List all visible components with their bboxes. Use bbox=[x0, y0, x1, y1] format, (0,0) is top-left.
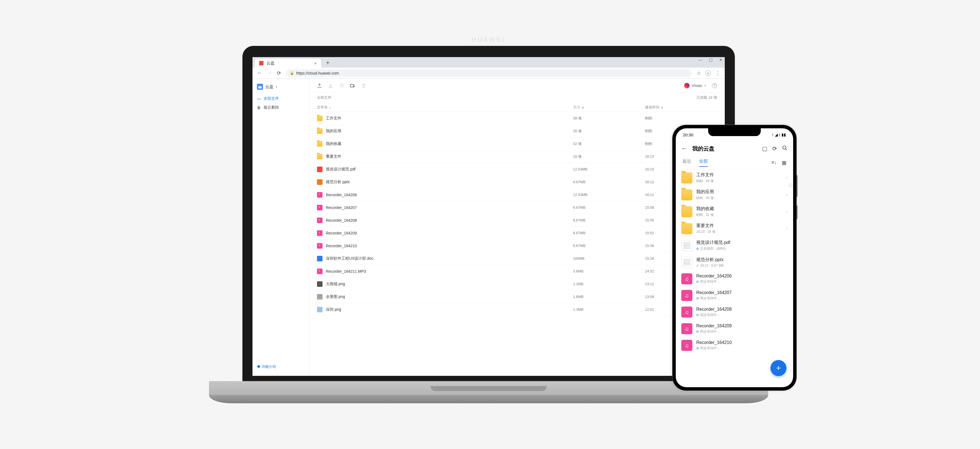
monitor-icon[interactable]: ▢ bbox=[762, 145, 767, 152]
file-size: 1.6MB bbox=[573, 295, 645, 299]
laptop-bezel: HUAWEI 云盘 × ＋ — ▢ ✕ ← bbox=[242, 46, 735, 387]
phone-screen: 20:30 ᛒ ◢ ⸨ ▮▮ ← 我的云盘 ▢ ⟳ 最近 全部 ≡↓ ▦ bbox=[676, 128, 793, 387]
file-row[interactable]: 深圳软件工程UX设计部.doc 100MB 15:26 bbox=[309, 252, 725, 265]
file-row[interactable]: 深圳.png 1.3MB 12:01 bbox=[309, 303, 725, 316]
phone-list-item[interactable]: 规范分析.pptx ✓ 16:12 · 6.67 MB bbox=[676, 254, 793, 270]
sync-icon: ⟳ bbox=[696, 247, 699, 251]
file-row[interactable]: 大熊猫.png 1.2MB 13:12 bbox=[309, 278, 725, 291]
file-row[interactable]: Recorder_164208 6.67MB 15:55 bbox=[309, 214, 725, 227]
column-time[interactable]: 修改时间 ◆ bbox=[645, 105, 717, 110]
check-icon: ✓ bbox=[696, 264, 699, 267]
file-row[interactable]: Recorder_164210 6.67MB 15:36 bbox=[309, 240, 725, 252]
phone-list-item[interactable]: 我的应用 刚刚 · 26 项 › bbox=[676, 186, 793, 203]
file-type-icon bbox=[681, 223, 692, 234]
status-time: 20:30 bbox=[683, 133, 694, 137]
help-icon[interactable]: ? bbox=[712, 83, 717, 88]
file-size: 26 项 bbox=[573, 129, 645, 134]
phone-list-item[interactable]: Recorder_164209 ⟳ 同步等待中… bbox=[676, 320, 793, 337]
file-row[interactable]: 工作文件 39 项 刚刚 bbox=[309, 112, 725, 125]
phone-list-item[interactable]: Recorder_164208 ⟳ 同步等待中… bbox=[676, 304, 793, 320]
phone-list-item[interactable]: 视觉设计规范.pdf ⟳ 正在缓存…(68%) bbox=[676, 237, 793, 254]
url-input[interactable]: 🔒 https://cloud.huawei.com bbox=[286, 69, 692, 77]
minimize-icon[interactable]: — bbox=[698, 58, 702, 62]
copy-icon[interactable] bbox=[339, 83, 344, 88]
sidebar-item-recent-delete[interactable]: 🗑 最近删除 bbox=[253, 103, 309, 112]
browser-tab-active[interactable]: 云盘 × bbox=[255, 59, 321, 68]
file-name: Recorder_164209 bbox=[326, 231, 357, 235]
info-icon: ◆ bbox=[257, 364, 262, 369]
file-size: 18 项 bbox=[573, 154, 645, 159]
sidebar: 云盘 ▾ ▭ 全部文件 🗑 最近删除 ◆ 功能介绍 bbox=[253, 79, 309, 376]
file-row[interactable]: 规范分析.pptx 6.67MB 16:12 bbox=[309, 176, 725, 189]
sidebar-item-label: 全部文件 bbox=[264, 96, 279, 101]
profile-icon[interactable]: ⍝ bbox=[705, 70, 711, 76]
back-icon[interactable]: ← bbox=[681, 145, 687, 152]
sidebar-app-header[interactable]: 云盘 ▾ bbox=[253, 82, 309, 94]
transfer-icon[interactable]: ⟳ bbox=[772, 145, 777, 152]
file-row[interactable]: 我的收藏 32 项 刚刚 bbox=[309, 137, 725, 150]
file-type-icon bbox=[317, 230, 323, 236]
file-type-icon bbox=[681, 290, 692, 301]
item-name: 视觉设计规范.pdf bbox=[696, 240, 788, 246]
item-meta: ⟳ 同步等待中… bbox=[696, 280, 788, 284]
phone-list-item[interactable]: Recorder_164210 ⟳ 同步等待中… bbox=[676, 337, 793, 354]
phone-list-item[interactable]: 重要文件 16:23 · 18 项 › bbox=[676, 220, 793, 237]
bookmark-star-icon[interactable]: ☆ bbox=[697, 70, 701, 76]
chevron-right-icon: › bbox=[786, 192, 788, 198]
phone-file-list[interactable]: 工作文件 刚刚 · 39 项 › 我的应用 刚刚 · 26 项 › 我的收藏 刚… bbox=[676, 169, 793, 387]
download-icon[interactable] bbox=[328, 83, 333, 88]
delete-icon[interactable] bbox=[361, 83, 366, 88]
upload-icon[interactable] bbox=[317, 83, 322, 88]
new-folder-icon[interactable] bbox=[350, 83, 355, 88]
file-name: Recorder_164206 bbox=[326, 193, 357, 197]
tab-all[interactable]: 全部 bbox=[699, 158, 708, 166]
item-meta: ⟳ 同步等待中… bbox=[696, 346, 788, 351]
huawei-favicon bbox=[259, 61, 264, 66]
file-row[interactable]: 全景图.png 1.6MB 13:08 bbox=[309, 291, 725, 303]
file-type-icon bbox=[317, 192, 323, 198]
file-row[interactable]: Recorder_164211.MP3 3.6MB 14:32 bbox=[309, 265, 725, 278]
file-name: 我的应用 bbox=[326, 129, 341, 134]
file-row[interactable]: 我的应用 26 项 刚刚 bbox=[309, 125, 725, 137]
close-window-icon[interactable]: ✕ bbox=[719, 58, 722, 62]
user-menu[interactable]: Vivian ▾ bbox=[684, 83, 706, 88]
file-row[interactable]: 视觉设计规范.pdf 12.53MB 16:23 bbox=[309, 163, 725, 176]
edge-handle[interactable] bbox=[789, 184, 792, 187]
phone-list-item[interactable]: 工作文件 刚刚 · 39 项 › bbox=[676, 169, 793, 186]
file-row[interactable]: Recorder_164207 6.67MB 15:56 bbox=[309, 201, 725, 214]
file-type-icon bbox=[317, 307, 323, 312]
search-icon[interactable] bbox=[782, 145, 788, 152]
browser-address-bar: ← → ⟳ 🔒 https://cloud.huawei.com ☆ ⍝ ⋮ bbox=[253, 68, 725, 79]
file-type-icon bbox=[317, 268, 323, 274]
new-tab-button[interactable]: ＋ bbox=[325, 59, 331, 66]
file-row[interactable]: 重要文件 18 项 16:23 bbox=[309, 150, 725, 163]
sync-icon: ⟳ bbox=[696, 280, 699, 284]
breadcrumb[interactable]: 全部文件 bbox=[317, 95, 331, 100]
back-icon[interactable]: ← bbox=[257, 70, 262, 76]
phone-list-item[interactable]: Recorder_164206 ⟳ 同步等待中… bbox=[676, 270, 793, 287]
reload-icon[interactable]: ⟳ bbox=[277, 70, 281, 76]
file-row[interactable]: Recorder_164209 6.67MB 15:52 bbox=[309, 227, 725, 240]
file-type-icon bbox=[681, 189, 692, 200]
grid-view-icon[interactable]: ▦ bbox=[782, 160, 786, 166]
column-name[interactable]: 文件名 ▴ bbox=[317, 105, 573, 110]
tab-recent[interactable]: 最近 bbox=[682, 158, 691, 166]
chevron-down-icon: ▾ bbox=[276, 85, 277, 88]
menu-dots-icon[interactable]: ⋮ bbox=[715, 70, 720, 76]
item-meta: ⟳ 同步等待中… bbox=[696, 296, 788, 301]
close-icon[interactable]: × bbox=[314, 61, 317, 66]
sidebar-item-all-files[interactable]: ▭ 全部文件 bbox=[253, 94, 309, 103]
sort-icon[interactable]: ≡↓ bbox=[771, 160, 777, 166]
maximize-icon[interactable]: ▢ bbox=[709, 58, 713, 62]
add-fab-button[interactable]: + bbox=[770, 360, 786, 376]
file-list: 工作文件 39 项 刚刚 我的应用 26 项 刚刚 我的收藏 32 项 刚刚 重… bbox=[309, 112, 725, 316]
file-size: 3.6MB bbox=[573, 269, 645, 273]
phone-list-item[interactable]: 我的收藏 刚刚 · 32 项 › bbox=[676, 203, 793, 220]
file-row[interactable]: Recorder_164206 12.53MB 16:11 bbox=[309, 189, 725, 201]
phone-list-item[interactable]: Recorder_164207 ⟳ 同步等待中… bbox=[676, 287, 793, 304]
column-size[interactable]: 大小 ◆ bbox=[573, 105, 645, 110]
sidebar-footer-link[interactable]: ◆ 功能介绍 bbox=[253, 361, 309, 372]
wifi-icon: ⸨ bbox=[779, 133, 780, 137]
item-name: Recorder_164206 bbox=[696, 273, 788, 278]
forward-icon[interactable]: → bbox=[267, 70, 272, 76]
